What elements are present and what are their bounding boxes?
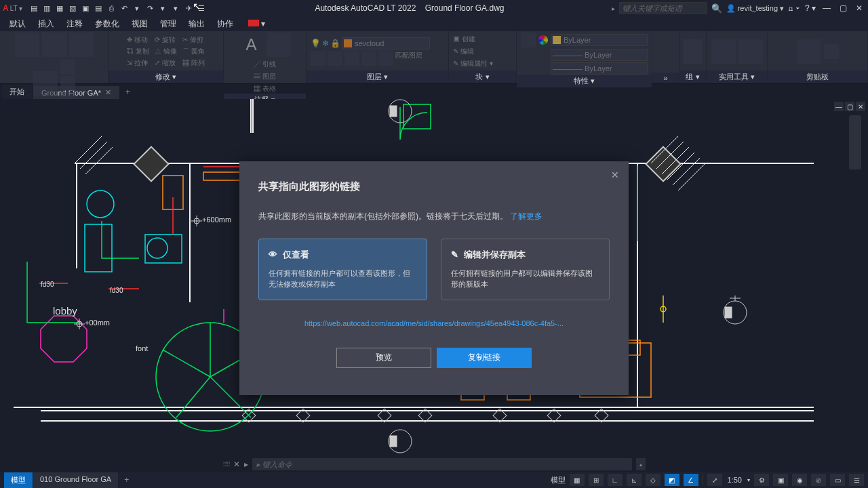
color-bylayer[interactable]: ByLayer: [551, 34, 648, 46]
layer-btn-4[interactable]: [361, 51, 376, 66]
fillet-tool[interactable]: ⌒ 圆角: [182, 47, 205, 56]
cmdline-close-icon[interactable]: ✕: [233, 460, 240, 469]
layer-btn-3[interactable]: [344, 51, 359, 66]
menu-icon[interactable]: ☰↖: [195, 2, 208, 14]
close-button[interactable]: ✕: [853, 2, 865, 14]
block-edit[interactable]: ✎ 编辑: [453, 47, 474, 56]
plot-icon[interactable]: ▣: [79, 2, 92, 14]
menu-manage[interactable]: 管理: [155, 16, 182, 32]
scale-tool[interactable]: ⤢ 缩放: [155, 58, 177, 68]
move-tool[interactable]: ✥ 移动: [127, 35, 149, 45]
trim-tool[interactable]: ✂ 修剪: [182, 35, 205, 45]
save-icon[interactable]: ▦: [54, 2, 66, 14]
clean-screen[interactable]: ▭: [830, 474, 845, 486]
circle-tool[interactable]: [69, 33, 94, 57]
maximize-viewport[interactable]: ▣: [773, 474, 788, 486]
minimize-button[interactable]: —: [821, 2, 833, 14]
learn-more-link[interactable]: 了解更多: [510, 211, 542, 221]
menu-parametric[interactable]: 参数化: [90, 16, 125, 32]
maximize-button[interactable]: ▢: [837, 2, 849, 14]
polar-toggle[interactable]: ⊾: [627, 474, 642, 486]
undo-drop-icon[interactable]: ▾: [131, 2, 143, 14]
panel-layer[interactable]: 图层 ▾: [307, 70, 448, 83]
cmdline-expand-icon[interactable]: ▴: [636, 458, 646, 470]
osnap-toggle[interactable]: ◩: [665, 474, 679, 486]
help-icon[interactable]: ? ▾: [804, 2, 816, 14]
status-model-label[interactable]: 模型: [551, 475, 566, 485]
iso-toggle[interactable]: ◇: [646, 474, 660, 486]
dialog-close-button[interactable]: ✕: [611, 169, 619, 180]
measure-tool[interactable]: [711, 39, 736, 64]
ortho-toggle[interactable]: ∟: [608, 474, 623, 486]
lineweight-bylayer[interactable]: ———— ByLayer: [551, 62, 648, 75]
array-tool[interactable]: ▦ 阵列: [182, 58, 205, 68]
polyline-tool[interactable]: [42, 33, 66, 57]
dim-tool[interactable]: [267, 33, 291, 57]
panel-block[interactable]: 块 ▾: [449, 70, 516, 83]
saveas-icon[interactable]: ▧: [66, 2, 79, 14]
redo-icon[interactable]: ↷: [144, 2, 156, 14]
line-tool[interactable]: [15, 33, 39, 57]
share-indicator-icon[interactable]: ▸: [612, 5, 615, 12]
preview-button[interactable]: 预览: [336, 348, 431, 368]
menu-annotate[interactable]: 注释: [61, 16, 88, 32]
stretch-tool[interactable]: ⇲ 拉伸: [127, 58, 149, 68]
util-tool[interactable]: [738, 39, 763, 64]
color-picker-icon[interactable]: [538, 35, 548, 45]
paste-tool[interactable]: [797, 39, 821, 64]
share-link[interactable]: https://web.autocad.com/acad/me/sid/shar…: [258, 319, 610, 327]
panel-properties[interactable]: 特性 ▾: [517, 75, 652, 87]
panel-group[interactable]: 组 ▾: [679, 70, 706, 83]
match-prop[interactable]: [521, 33, 536, 47]
tab-add-button[interactable]: +: [120, 85, 136, 99]
status-scale[interactable]: 1:50: [726, 476, 743, 484]
otrack-toggle[interactable]: ∠: [684, 474, 698, 486]
arc-tool[interactable]: [33, 71, 58, 96]
option-view-only[interactable]: 👁仅查看 任何拥有链接的用户都可以查看该图形，但无法修改或保存副本: [258, 239, 427, 300]
snap-toggle[interactable]: ⊞: [589, 474, 604, 486]
draw-small-2[interactable]: [60, 76, 75, 91]
layer-btn-5[interactable]: [378, 51, 393, 66]
print-icon[interactable]: ⎙: [105, 2, 117, 14]
text-tool[interactable]: A: [239, 33, 264, 57]
tab-close-icon[interactable]: ✕: [105, 88, 111, 97]
option-edit-copy[interactable]: ✎编辑并保存副本 任何拥有链接的用户都可以编辑并保存该图形的新版本: [441, 239, 610, 300]
layout-tab-model[interactable]: 模型: [4, 472, 33, 488]
scale-icon[interactable]: ⤢: [707, 474, 722, 486]
layer-selector[interactable]: sevcloud: [342, 37, 430, 49]
panel-modify[interactable]: 修改 ▾: [108, 70, 223, 83]
layer-btn-2[interactable]: [328, 51, 342, 66]
search-input[interactable]: 键入关键字或短语: [619, 2, 707, 14]
linetype-bylayer[interactable]: ———— ByLayer: [551, 49, 648, 61]
menu-insert[interactable]: 插入: [33, 16, 60, 32]
block-create[interactable]: ▣ 创建: [453, 35, 475, 44]
cmdline-history-icon[interactable]: ▸: [244, 460, 248, 469]
copy-link-button[interactable]: 复制链接: [437, 348, 532, 368]
hardware-accel[interactable]: ⎚: [811, 474, 826, 486]
menu-view[interactable]: 视图: [126, 16, 153, 32]
layout-add-button[interactable]: +: [119, 472, 134, 488]
undo-icon[interactable]: ↶: [118, 2, 130, 14]
menu-play-icon[interactable]: ▾: [240, 17, 271, 30]
menu-output[interactable]: 输出: [183, 16, 210, 32]
panel-clipboard[interactable]: 剪贴板: [768, 70, 867, 83]
layer-tool2[interactable]: ▤ 图层: [254, 72, 276, 81]
user-menu[interactable]: 👤revit_testing ▾: [726, 4, 784, 13]
menu-default[interactable]: 默认: [4, 16, 31, 32]
layer-btn-1[interactable]: [311, 51, 326, 66]
new-icon[interactable]: ▤: [28, 2, 40, 14]
group-tool[interactable]: [684, 39, 702, 64]
customize-button[interactable]: ☰: [849, 474, 864, 486]
app-exchange-icon[interactable]: ⩍ ▾: [788, 2, 800, 14]
panel-arrow[interactable]: »: [652, 73, 679, 83]
copy-clip[interactable]: [824, 44, 839, 59]
gear-icon[interactable]: ⚙: [754, 474, 769, 486]
table-tool[interactable]: ▦ 表格: [254, 84, 276, 94]
publish-icon[interactable]: ▤: [92, 2, 104, 14]
grid-toggle[interactable]: ▦: [570, 474, 585, 486]
open-icon[interactable]: ▥: [41, 2, 53, 14]
search-icon[interactable]: 🔍: [711, 3, 722, 14]
rotate-tool[interactable]: ⟳ 旋转: [155, 35, 177, 45]
menu-collaborate[interactable]: 协作: [212, 16, 239, 32]
layout-tab-sheet[interactable]: 010 Ground Floor GA: [33, 472, 119, 488]
